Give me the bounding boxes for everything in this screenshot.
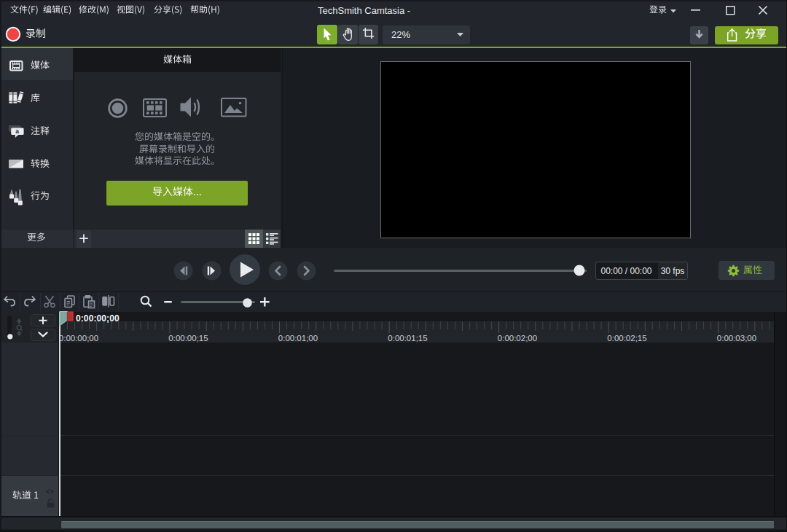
svg-text:a: a bbox=[15, 128, 19, 135]
